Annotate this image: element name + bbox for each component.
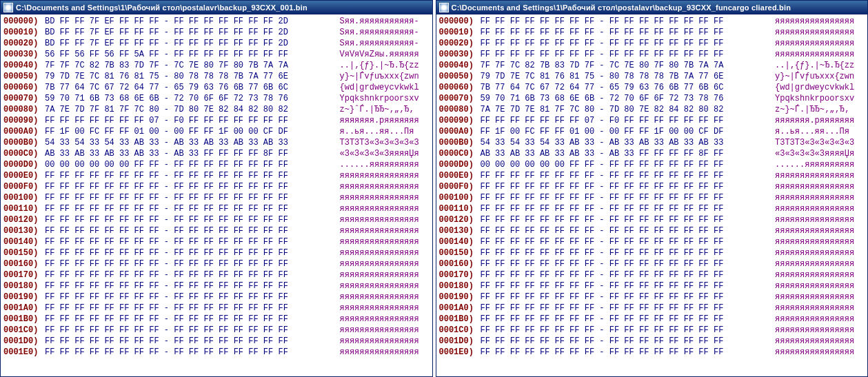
hex-bytes: FF FF FF FF FF FF FF FF - FF FF FF FF FF… bbox=[45, 292, 340, 303]
hex-row[interactable]: 000110)FF FF FF FF FF FF FF FF - FF FF F… bbox=[439, 203, 865, 214]
hex-row[interactable]: 000160)FF FF FF FF FF FF FF FF - FF FF F… bbox=[3, 258, 430, 269]
offset-cell: 000140) bbox=[3, 236, 45, 247]
hex-row[interactable]: 0000E0)FF FF FF FF FF FF FF FF - FF FF F… bbox=[3, 170, 430, 181]
hex-row[interactable]: 000120)FF FF FF FF FF FF FF FF - FF FF F… bbox=[439, 214, 865, 225]
hex-bytes: 79 7D 7E 7C 81 76 81 75 - 80 78 78 78 7B… bbox=[45, 71, 340, 82]
hex-row[interactable]: 0000C0)AB 33 AB 33 AB 33 AB 33 - AB 33 F… bbox=[3, 148, 430, 159]
offset-cell: 0000B0) bbox=[3, 137, 45, 148]
left-titlebar[interactable]: C:\Documents and Settings\1\Рабочий стол… bbox=[1, 1, 432, 14]
hex-bytes: FF FF FF FF FF FF FF FF - FF FF FF FF FF… bbox=[481, 325, 776, 336]
offset-cell: 0000C0) bbox=[439, 148, 481, 159]
hex-row[interactable]: 000050)79 7D 7E 7C 81 76 81 75 - 80 78 7… bbox=[3, 71, 430, 82]
hex-row[interactable]: 000190)FF FF FF FF FF FF FF FF - FF FF F… bbox=[3, 292, 430, 303]
hex-row[interactable]: 0001C0)FF FF FF FF FF FF FF FF - FF FF F… bbox=[3, 325, 430, 336]
ascii-cell: яяяяяяяяяяяяяяяя bbox=[775, 269, 865, 281]
hex-row[interactable]: 000140)FF FF FF FF FF FF FF FF - FF FF F… bbox=[439, 236, 865, 247]
offset-cell: 000090) bbox=[439, 115, 481, 126]
hex-row[interactable]: 000110)FF FF FF FF FF FF FF FF - FF FF F… bbox=[3, 203, 430, 214]
window-icon bbox=[3, 3, 13, 12]
hex-bytes: FF 1F 00 FC FF FF 01 00 - 00 FF FF 1F 00… bbox=[45, 126, 340, 137]
hex-bytes: FF FF FF FF FF FF FF FF - FF FF FF FF FF… bbox=[45, 325, 340, 336]
hex-row[interactable]: 0000B0)54 33 54 33 54 33 AB 33 - AB 33 A… bbox=[3, 137, 430, 148]
hex-row[interactable]: 0001E0)FF FF FF FF FF FF FF FF - FF FF F… bbox=[3, 347, 430, 358]
ascii-cell: яяяяяяяяяяяяяяяя bbox=[340, 303, 430, 314]
hex-row[interactable]: 000170)FF FF FF FF FF FF FF FF - FF FF F… bbox=[3, 269, 430, 281]
ascii-cell: я..ья...яя...Пя bbox=[775, 126, 865, 137]
hex-row[interactable]: 0000E0)FF FF FF FF FF FF FF FF - FF FF F… bbox=[439, 170, 865, 181]
hex-bytes: AB 33 AB 33 AB 33 AB 33 - AB 33 FF FF FF… bbox=[481, 148, 776, 159]
hex-row[interactable]: 0000A0)FF 1F 00 FC FF FF 01 00 - 00 FF F… bbox=[3, 126, 430, 137]
hex-row[interactable]: 000040)7F 7F 7C 82 7B 83 7D 7F - 7C 7E 8… bbox=[3, 60, 430, 71]
ascii-cell: Sяя.яяяяяяяяяяя- bbox=[340, 16, 430, 27]
hex-row[interactable]: 0000F0)FF FF FF FF FF FF FF FF - FF FF F… bbox=[3, 181, 430, 192]
hex-row[interactable]: 0001D0)FF FF FF FF FF FF FF FF - FF FF F… bbox=[3, 336, 430, 347]
hex-bytes: FF FF FF FF FF FF FF FF - FF FF FF FF FF… bbox=[45, 170, 340, 181]
left-hex-body[interactable]: 000000)BD FF FF 7F EF FF FF FF - FF FF F… bbox=[1, 14, 432, 376]
right-title: C:\Documents and Settings\1\Рабочий стол… bbox=[452, 2, 791, 13]
hex-row[interactable]: 0001A0)FF FF FF FF FF FF FF FF - FF FF F… bbox=[3, 303, 430, 314]
offset-cell: 000090) bbox=[3, 115, 45, 126]
hex-bytes: FF FF FF FF FF FF FF 07 - F0 FF FF FF FF… bbox=[481, 115, 776, 126]
ascii-cell: яяяяяяяяяяяяяяяя bbox=[775, 225, 865, 236]
hex-row[interactable]: 000170)FF FF FF FF FF FF FF FF - FF FF F… bbox=[439, 269, 865, 281]
hex-row[interactable]: 0001B0)FF FF FF FF FF FF FF FF - FF FF F… bbox=[439, 314, 865, 325]
ascii-cell: яяяяяяяяяяяяяяяя bbox=[340, 170, 430, 181]
hex-row[interactable]: 0000C0)AB 33 AB 33 AB 33 AB 33 - AB 33 F… bbox=[439, 148, 865, 159]
hex-row[interactable]: 000030)56 FF 56 FF 56 FF 5A FF - FF FF F… bbox=[3, 49, 430, 60]
hex-row[interactable]: 000150)FF FF FF FF FF FF FF FF - FF FF F… bbox=[3, 247, 430, 258]
hex-row[interactable]: 000000)FF FF FF FF FF FF FF FF - FF FF F… bbox=[439, 16, 865, 27]
hex-row[interactable]: 000120)FF FF FF FF FF FF FF FF - FF FF F… bbox=[3, 214, 430, 225]
hex-row[interactable]: 0000B0)54 33 54 33 54 33 AB 33 - AB 33 A… bbox=[439, 137, 865, 148]
hex-row[interactable]: 000150)FF FF FF FF FF FF FF FF - FF FF F… bbox=[439, 247, 865, 258]
hex-row[interactable]: 000080)7A 7E 7D 7F 81 7F 7C 80 - 7D 80 7… bbox=[3, 104, 430, 115]
hex-row[interactable]: 000100)FF FF FF FF FF FF FF FF - FF FF F… bbox=[3, 192, 430, 203]
hex-row[interactable]: 000180)FF FF FF FF FF FF FF FF - FF FF F… bbox=[439, 281, 865, 292]
hex-row[interactable]: 000070)59 70 71 6B 73 68 6E 6B - 72 70 6… bbox=[439, 93, 865, 104]
hex-row[interactable]: 000140)FF FF FF FF FF FF FF FF - FF FF F… bbox=[3, 236, 430, 247]
hex-row[interactable]: 0000D0)00 00 00 00 00 00 FF FF - FF FF F… bbox=[3, 159, 430, 170]
hex-row[interactable]: 000070)59 70 71 6B 73 68 6E 6B - 72 70 6… bbox=[3, 93, 430, 104]
hex-row[interactable]: 000030)FF FF FF FF FF FF FF FF - FF FF F… bbox=[439, 49, 865, 60]
hex-bytes: FF FF FF FF FF FF FF FF - FF FF FF FF FF… bbox=[481, 192, 776, 203]
hex-row[interactable]: 000090)FF FF FF FF FF FF FF 07 - F0 FF F… bbox=[439, 115, 865, 126]
offset-cell: 000030) bbox=[439, 49, 481, 60]
hex-row[interactable]: 000060)7B 77 64 7C 67 72 64 77 - 65 79 6… bbox=[439, 82, 865, 93]
hex-row[interactable]: 0000A0)FF 1F 00 FC FF FF 01 00 - 00 FF F… bbox=[439, 126, 865, 137]
hex-row[interactable]: 000060)7B 77 64 7C 67 72 64 77 - 65 79 6… bbox=[3, 82, 430, 93]
offset-cell: 0001E0) bbox=[3, 347, 45, 358]
window-icon bbox=[439, 3, 449, 12]
hex-bytes: 7B 77 64 7C 67 72 64 77 - 65 79 63 76 6B… bbox=[481, 82, 776, 93]
offset-cell: 0000A0) bbox=[3, 126, 45, 137]
hex-row[interactable]: 0001C0)FF FF FF FF FF FF FF FF - FF FF F… bbox=[439, 325, 865, 336]
right-hex-body[interactable]: 000000)FF FF FF FF FF FF FF FF - FF FF F… bbox=[436, 14, 868, 376]
hex-row[interactable]: 000090)FF FF FF FF FF FF FF 07 - F0 FF F… bbox=[3, 115, 430, 126]
ascii-cell: яяяяяяяяяяяяяяяя bbox=[775, 303, 865, 314]
hex-row[interactable]: 000160)FF FF FF FF FF FF FF FF - FF FF F… bbox=[439, 258, 865, 269]
hex-row[interactable]: 000020)BD FF FF 7F EF FF FF FF - FF FF F… bbox=[3, 38, 430, 49]
hex-row[interactable]: 000040)7F 7F 7C 82 7B 83 7D 7F - 7C 7E 8… bbox=[439, 60, 865, 71]
hex-row[interactable]: 000000)BD FF FF 7F EF FF FF FF - FF FF F… bbox=[3, 16, 430, 27]
hex-row[interactable]: 0000D0)00 00 00 00 00 00 FF FF - FF FF F… bbox=[439, 159, 865, 170]
hex-row[interactable]: 0001B0)FF FF FF FF FF FF FF FF - FF FF F… bbox=[3, 314, 430, 325]
hex-row[interactable]: 000180)FF FF FF FF FF FF FF FF - FF FF F… bbox=[3, 281, 430, 292]
hex-row[interactable]: 000100)FF FF FF FF FF FF FF FF - FF FF F… bbox=[439, 192, 865, 203]
hex-row[interactable]: 000130)FF FF FF FF FF FF FF FF - FF FF F… bbox=[439, 225, 865, 236]
hex-row[interactable]: 000080)7A 7E 7D 7E 81 7F 7C 80 - 7D 80 7… bbox=[439, 104, 865, 115]
ascii-cell: Ypqkshnkrpoorsxv bbox=[775, 93, 865, 104]
ascii-cell: ..|‚{ƒ}.|~Ђ.Ђ{zz bbox=[775, 60, 865, 71]
hex-row[interactable]: 0000F0)FF FF FF FF FF FF FF FF - FF FF F… bbox=[439, 181, 865, 192]
ascii-cell: Ypqkshnkrpoorsxv bbox=[340, 93, 430, 104]
hex-row[interactable]: 0001D0)FF FF FF FF FF FF FF FF - FF FF F… bbox=[439, 336, 865, 347]
offset-cell: 000100) bbox=[439, 192, 481, 203]
hex-row[interactable]: 000020)FF FF FF FF FF FF FF FF - FF FF F… bbox=[439, 38, 865, 49]
ascii-cell: яяяяяяяяяяяяяяяя bbox=[340, 292, 430, 303]
hex-row[interactable]: 000130)FF FF FF FF FF FF FF FF - FF FF F… bbox=[3, 225, 430, 236]
hex-row[interactable]: 0001E0)FF FF FF FF FF FF FF FF - FF FF F… bbox=[439, 347, 865, 358]
offset-cell: 0000F0) bbox=[3, 181, 45, 192]
hex-row[interactable]: 000010)BD FF FF 7F EF FF FF FF - FF FF F… bbox=[3, 27, 430, 38]
hex-row[interactable]: 000050)79 7D 7E 7C 81 76 81 75 - 80 78 7… bbox=[439, 71, 865, 82]
hex-row[interactable]: 000190)FF FF FF FF FF FF FF FF - FF FF F… bbox=[439, 292, 865, 303]
hex-row[interactable]: 0001A0)FF FF FF FF FF FF FF FF - FF FF F… bbox=[439, 303, 865, 314]
right-titlebar[interactable]: C:\Documents and Settings\1\Рабочий стол… bbox=[436, 1, 868, 14]
hex-row[interactable]: 000010)FF FF FF FF FF FF FF FF - FF FF F… bbox=[439, 27, 865, 38]
